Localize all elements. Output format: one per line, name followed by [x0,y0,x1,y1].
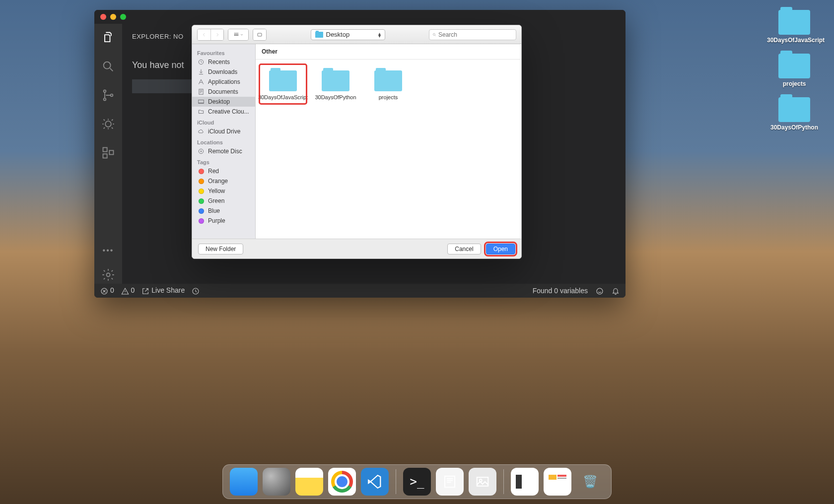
search-input[interactable] [438,31,513,38]
sidebar-tag-yellow[interactable]: Yellow [192,186,255,196]
vscode-status-bar: 0 0 Live Share Found 0 variables [94,284,626,298]
dock: >_ 🗑️ [222,464,612,499]
dock-window-preview-1[interactable] [511,468,539,496]
folder-item[interactable]: 30DaysOfJavaScript [260,64,306,104]
svg-rect-7 [109,150,113,154]
sidebar-tag-orange[interactable]: Orange [192,176,255,186]
sidebar-item-icloud-drive[interactable]: iCloud Drive [192,126,255,136]
sidebar-item-creative-clou-[interactable]: Creative Clou... [192,107,255,117]
sidebar-item-label: Green [208,197,224,204]
sidebar-tag-blue[interactable]: Blue [192,206,255,216]
sidebar-item-icon [197,88,205,95]
svg-point-4 [105,121,111,127]
folder-icon [374,70,402,91]
sidebar-tag-purple[interactable]: Purple [192,216,255,226]
dock-notes-icon[interactable] [295,468,323,496]
svg-point-1 [104,90,106,93]
svg-rect-13 [236,33,237,34]
window-minimize-button[interactable] [110,14,116,20]
view-segment [228,29,249,41]
sidebar-section-tags: Tags [192,156,255,166]
sidebar-item-recents[interactable]: Recents [192,57,255,67]
dock-window-preview-2[interactable] [544,468,571,496]
tag-dot-icon [199,189,204,194]
source-control-icon[interactable] [101,88,115,104]
dock-textedit-icon[interactable] [436,468,464,496]
sidebar-item-label: Applications [208,78,240,85]
finder-sidebar: FavouritesRecentsDownloadsApplicationsDo… [192,44,256,239]
sidebar-item-label: Orange [208,178,228,185]
desktop-folder[interactable]: 30DaysOfJavaScript [764,10,824,44]
notifications-bell-icon[interactable] [612,286,620,295]
svg-rect-18 [258,33,262,36]
view-options-button[interactable] [228,29,248,40]
sidebar-item-label: Desktop [208,98,230,105]
settings-gear-icon[interactable] [101,268,115,284]
search-icon[interactable] [101,60,115,75]
new-folder-button[interactable]: New Folder [198,244,243,254]
forward-button[interactable] [210,29,223,40]
svg-point-11 [597,288,603,294]
desktop-folder[interactable]: 30DaysOfPython [764,97,824,131]
cloud-icon [197,128,205,135]
desktop-folder[interactable]: projects [764,54,824,87]
extensions-icon[interactable] [101,146,115,162]
open-button[interactable]: Open [486,244,515,254]
sidebar-item-label: Yellow [208,188,225,194]
folder-label: 30DaysOfJavaScript [258,94,308,101]
dock-chrome-icon[interactable] [328,468,356,496]
sidebar-item-documents[interactable]: Documents [192,87,255,97]
svg-rect-33 [557,478,566,479]
svg-point-24 [201,151,202,152]
tag-dot-icon [199,218,204,224]
nav-segment [197,29,224,41]
dock-preview-icon[interactable] [469,468,496,496]
location-popup[interactable]: Desktop ▴▾ [311,29,385,40]
live-share-button[interactable]: Live Share [141,286,185,295]
sidebar-tag-green[interactable]: Green [192,196,255,206]
explorer-icon[interactable] [101,31,115,47]
vscode-activity-bar: ••• [94,24,122,284]
sidebar-item-icon [197,68,205,75]
debug-icon[interactable] [101,117,115,133]
sidebar-item-downloads[interactable]: Downloads [192,67,255,77]
sidebar-tag-red[interactable]: Red [192,166,255,176]
sidebar-item-remote-disc[interactable]: Remote Disc [192,146,255,156]
dock-finder-icon[interactable] [230,468,258,496]
group-button[interactable] [253,29,266,40]
finder-open-dialog: Desktop ▴▾ FavouritesRecentsDownloadsApp… [192,25,522,259]
svg-point-23 [199,149,203,153]
sidebar-item-applications[interactable]: Applications [192,77,255,87]
cancel-button[interactable]: Cancel [447,244,481,254]
warning-status[interactable]: 0 [121,286,135,295]
dock-terminal-icon[interactable]: >_ [403,468,431,496]
sidebar-item-desktop[interactable]: Desktop [192,97,255,107]
more-icon[interactable]: ••• [103,246,114,255]
svg-rect-17 [237,35,238,36]
search-field[interactable] [429,29,516,40]
finder-footer: New Folder Cancel Open [192,239,521,258]
dock-launchpad-icon[interactable] [263,468,290,496]
tag-dot-icon [199,208,204,214]
svg-rect-12 [234,33,235,34]
vscode-titlebar [94,10,626,24]
window-close-button[interactable] [100,14,106,20]
dock-trash-icon[interactable]: 🗑️ [576,468,604,496]
folder-item[interactable]: 30DaysOfPython [312,64,359,104]
sidebar-item-label: Purple [208,217,225,224]
error-status[interactable]: 0 [100,286,114,295]
feedback-smiley-icon[interactable] [596,286,604,295]
back-button[interactable] [198,29,210,40]
dock-vscode-icon[interactable] [361,468,389,496]
history-icon[interactable] [192,286,200,295]
svg-rect-14 [237,33,238,34]
svg-rect-15 [234,35,235,36]
folder-icon [778,97,810,122]
folder-item[interactable]: projects [365,64,412,104]
svg-rect-25 [445,476,455,488]
svg-rect-21 [199,89,203,95]
sidebar-item-label: Recents [208,59,230,65]
variables-status[interactable]: Found 0 variables [533,287,588,295]
sidebar-item-label: Red [208,168,219,175]
window-maximize-button[interactable] [120,14,126,20]
